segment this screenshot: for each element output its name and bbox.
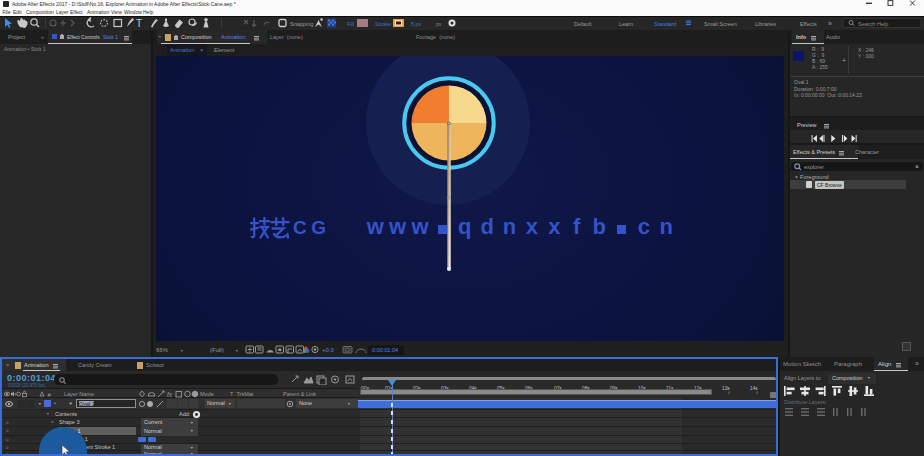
- svg-text:Search Help: Search Help: [858, 21, 888, 27]
- svg-text:1: 1: [776, 386, 778, 391]
- svg-text:Standard: Standard: [654, 21, 676, 27]
- svg-text:fx: fx: [167, 391, 173, 398]
- svg-text:Small Screen: Small Screen: [704, 21, 737, 27]
- svg-text:#: #: [48, 391, 52, 397]
- svg-text:Default: Default: [574, 21, 592, 27]
- svg-text:5 px: 5 px: [411, 21, 422, 27]
- svg-text:Learn: Learn: [619, 21, 633, 27]
- svg-text:»: »: [828, 20, 832, 27]
- svg-text:+0.0: +0.0: [322, 347, 335, 353]
- svg-text:T: T: [136, 18, 142, 29]
- svg-text:Fill:: Fill:: [347, 21, 356, 27]
- svg-text:Effects: Effects: [800, 21, 817, 27]
- svg-text:13s: 13s: [722, 386, 730, 391]
- svg-text:14s: 14s: [750, 386, 758, 391]
- svg-text:Snapping: Snapping: [290, 21, 313, 27]
- svg-text:px: px: [436, 21, 442, 27]
- svg-text:Libraries: Libraries: [755, 21, 776, 27]
- svg-text:Stroke:: Stroke:: [375, 21, 393, 27]
